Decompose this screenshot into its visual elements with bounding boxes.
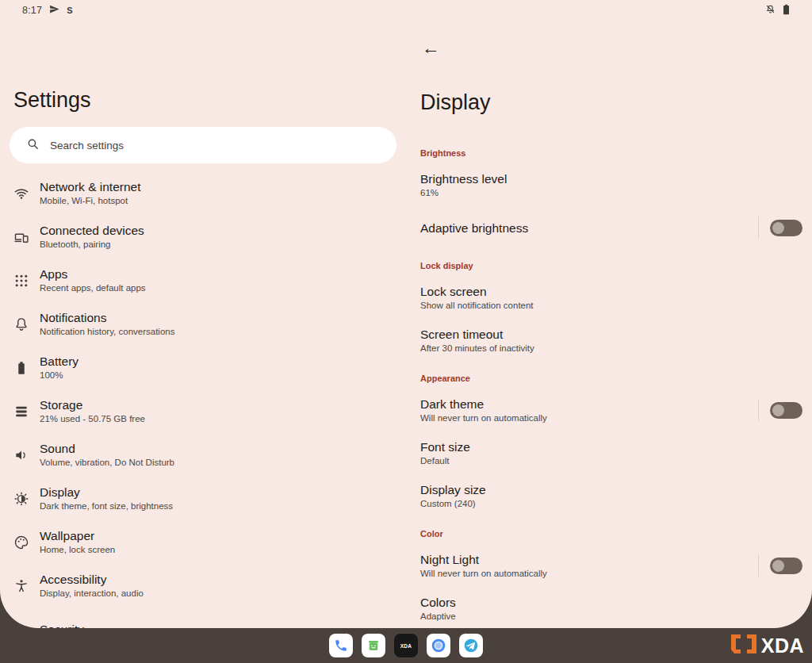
apps-grid-icon [13,273,29,289]
dark-theme-toggle[interactable] [770,402,802,419]
row-label: Night Light [420,552,758,567]
row-label: Colors [420,595,802,610]
menu-item-sub: Notification history, conversations [40,327,174,337]
menu-item-sub: Bluetooth, pairing [40,240,144,250]
row-sub: After 30 minutes of inactivity [420,343,802,354]
toggle-divider [758,554,759,577]
menu-item-label: Battery [40,354,79,369]
dock: XDA [329,634,483,657]
row-display-size[interactable]: Display size Custom (240) [420,474,802,517]
row-sub: Custom (240) [420,499,802,509]
app-window: 8:17 S Settings [0,0,812,628]
toggle-divider [758,399,759,421]
section-header-appearance: Appearance [420,373,802,384]
menu-item-sub: Mobile, Wi-Fi, hotspot [40,196,141,206]
section-header-brightness: Brightness [420,148,802,159]
sidebar-item-apps[interactable]: Apps Recent apps, default apps [0,259,406,302]
row-label: Font size [420,439,802,454]
search-bar[interactable] [10,127,396,163]
section-header-color: Color [420,528,802,539]
menu-item-sub: 100% [40,370,79,381]
row-night-light[interactable]: Night Light Will never turn on automatic… [420,544,802,587]
sidebar-item-battery[interactable]: Battery 100% [0,346,406,389]
row-sub: Adaptive [420,611,802,622]
phone-app-icon[interactable] [329,634,353,657]
night-light-toggle[interactable] [770,558,802,574]
row-sub: Show all notification content [420,301,802,311]
row-label: Adaptive brightness [420,220,758,236]
wifi-icon [13,186,29,201]
search-input[interactable] [50,140,389,151]
menu-item-sub: Display, interaction, audio [40,588,144,599]
menu-item-label: Wallpaper [40,529,115,543]
sidebar-item-wallpaper[interactable]: Wallpaper Home, lock screen [0,520,406,564]
row-label: Lock screen [420,284,802,299]
xda-brackets-icon [730,633,757,658]
row-label: Display size [420,482,802,497]
menu-item-sub: Volume, vibration, Do Not Disturb [40,458,174,468]
row-colors[interactable]: Colors Adaptive [420,587,802,628]
menu-item-sub: Dark theme, font size, brightness [40,501,173,512]
menu-item-label: Apps [40,267,146,282]
xda-app-label: XDA [400,643,412,649]
display-detail-pane: ← Display Brightness Brightness level 61… [406,0,812,628]
row-sub: Will never turn on automatically [420,569,758,579]
sidebar-item-notifications[interactable]: Notifications Notification history, conv… [0,302,406,346]
menu-item-label: Storage [40,398,145,412]
storage-icon [13,404,29,420]
battery-icon [13,360,29,376]
section-header-lock-display: Lock display [420,260,802,271]
row-label: Dark theme [420,397,758,412]
sidebar-item-accessibility[interactable]: Accessibility Display, interaction, audi… [0,564,406,607]
row-label: Screen timeout [420,327,802,342]
wallpaper-icon [13,535,29,550]
row-screen-timeout[interactable]: Screen timeout After 30 minutes of inact… [420,319,802,362]
row-lock-screen[interactable]: Lock screen Show all notification conten… [420,276,802,319]
row-font-size[interactable]: Font size Default [420,431,802,474]
menu-item-sub: Recent apps, default apps [40,283,146,293]
menu-item-sub: Home, lock screen [40,545,115,555]
menu-item-label: Accessibility [40,573,144,587]
security-icon-placeholder [13,622,29,629]
adaptive-brightness-toggle[interactable] [770,220,802,236]
toggle-divider [758,217,759,239]
row-adaptive-brightness[interactable]: Adaptive brightness [420,206,802,249]
xda-app-icon[interactable]: XDA [394,634,418,657]
sound-icon [13,447,29,463]
sidebar-item-connected-devices[interactable]: Connected devices Bluetooth, pairing [0,215,406,259]
chromium-app-icon[interactable] [427,634,450,657]
row-sub: Will never turn on automatically [420,413,758,423]
row-label: Brightness level [420,171,802,186]
xda-watermark: XDA [730,633,804,658]
page-title: Settings [13,88,91,113]
menu-item-sub: 21% used - 50.75 GB free [40,414,145,424]
row-brightness-level[interactable]: Brightness level 61% [420,163,802,206]
back-arrow-icon[interactable]: ← [418,35,443,60]
sidebar-item-security[interactable]: Security [0,607,406,628]
sidebar-item-network-internet[interactable]: Network & internet Mobile, Wi-Fi, hotspo… [0,171,406,215]
sidebar-item-display[interactable]: Display Dark theme, font size, brightnes… [0,477,406,520]
row-sub: Default [420,456,802,466]
menu-item-label: Display [40,485,173,500]
sidebar-item-sound[interactable]: Sound Volume, vibration, Do Not Disturb [0,433,406,477]
settings-menu: Network & internet Mobile, Wi-Fi, hotspo… [0,171,406,628]
menu-item-label: Security [40,623,84,629]
telegram-app-icon[interactable] [459,634,483,657]
row-sub: 61% [420,188,802,198]
menu-item-label: Connected devices [40,224,144,238]
search-icon [26,137,40,154]
menu-item-label: Notifications [40,311,174,325]
messages-app-icon[interactable] [362,634,385,657]
connected-devices-icon [13,229,29,245]
display-icon [13,491,29,507]
accessibility-icon [13,578,29,594]
sidebar-item-storage[interactable]: Storage 21% used - 50.75 GB free [0,389,406,433]
bell-icon [13,316,29,332]
menu-item-label: Sound [40,442,174,456]
taskbar: XDA XDA [0,628,812,663]
xda-watermark-text: XDA [761,636,804,656]
settings-list-pane: Settings Network & internet Mobile, Wi-F… [0,0,406,628]
row-dark-theme[interactable]: Dark theme Will never turn on automatica… [420,389,802,431]
menu-item-label: Network & internet [40,180,141,194]
detail-title: Display [420,90,491,115]
